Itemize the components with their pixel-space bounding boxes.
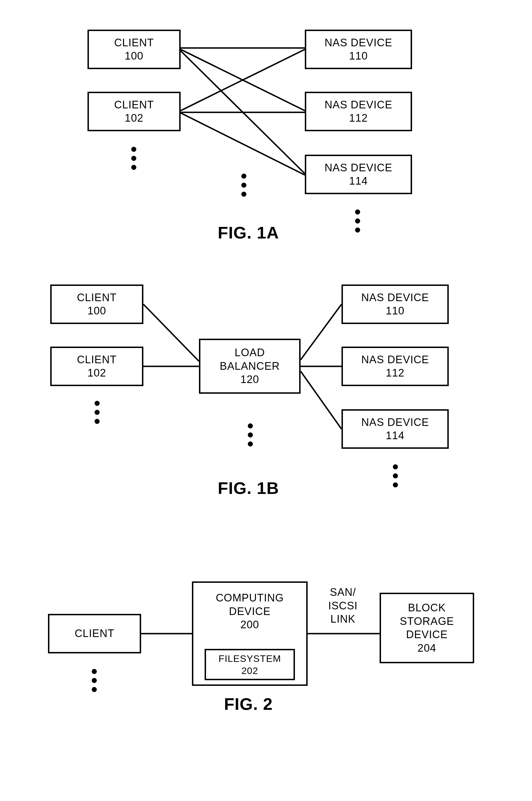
fig1b-caption: FIG. 1B	[203, 478, 293, 498]
fig1a-caption: FIG. 1A	[203, 223, 293, 243]
label: CLIENT	[75, 627, 114, 641]
fig1b-nas-110: NAS DEVICE 110	[342, 285, 449, 324]
fig1a-client-102: CLIENT 102	[88, 92, 180, 131]
svg-line-5	[180, 113, 305, 175]
ellipsis-dots-icon	[95, 401, 100, 424]
ellipsis-dots-icon	[92, 669, 97, 692]
label: NAS DEVICE	[361, 353, 429, 367]
fig2-computing-device-200: COMPUTING DEVICE 200 FILESYSTEM 202	[192, 581, 308, 686]
label-line1: COMPUTING	[216, 591, 284, 605]
ellipsis-dots-icon	[248, 423, 253, 446]
label-line3: DEVICE	[406, 628, 448, 642]
label: NAS DEVICE	[361, 291, 429, 305]
label: NAS DEVICE	[361, 416, 429, 429]
fig1b-client-102: CLIENT 102	[50, 347, 144, 386]
label-line2: BALANCER	[220, 360, 280, 373]
fig1a-nas-114: NAS DEVICE 114	[305, 155, 412, 194]
fig1a-nas-110: NAS DEVICE 110	[305, 30, 412, 69]
ref-num: 204	[417, 642, 436, 655]
diagram-page: CLIENT 100 CLIENT 102 NAS DEVICE 110 NAS…	[0, 0, 532, 801]
label-line3: LINK	[315, 612, 371, 626]
label-line1: BLOCK	[408, 601, 446, 615]
svg-line-3	[180, 50, 305, 111]
fig2-filesystem-202: FILESYSTEM 202	[205, 649, 295, 680]
label: CLIENT	[77, 291, 117, 305]
label-line2: STORAGE	[400, 615, 454, 628]
ref-num: 102	[88, 366, 106, 380]
fig1b-load-balancer-120: LOAD BALANCER 120	[199, 339, 301, 394]
svg-line-2	[180, 51, 305, 174]
fig2-client: CLIENT	[48, 614, 141, 653]
label-line1: SAN/	[315, 586, 371, 599]
ref-num: 100	[88, 304, 106, 318]
svg-line-1	[180, 50, 305, 111]
ellipsis-dots-icon	[393, 464, 398, 488]
ref-num: 110	[349, 50, 368, 63]
label: NAS DEVICE	[325, 36, 392, 50]
fig1b-nas-112: NAS DEVICE 112	[342, 347, 449, 386]
svg-line-10	[301, 371, 342, 429]
fig2-block-storage-device-204: BLOCK STORAGE DEVICE 204	[380, 593, 474, 663]
ref-num: 100	[125, 50, 144, 63]
label: CLIENT	[114, 98, 154, 112]
ellipsis-dots-icon	[241, 174, 246, 197]
ellipsis-dots-icon	[131, 147, 136, 170]
label-line1: LOAD	[234, 346, 265, 360]
fig1b-nas-114: NAS DEVICE 114	[342, 409, 449, 449]
label-line2: DEVICE	[229, 605, 270, 618]
ref-num: 112	[349, 112, 368, 125]
ref-num: 114	[386, 429, 404, 442]
fig2-caption: FIG. 2	[209, 694, 288, 714]
svg-line-6	[144, 304, 199, 361]
label: FILESYSTEM	[218, 652, 281, 665]
fig2-link-label: SAN/ ISCSI LINK	[315, 586, 371, 626]
ref-num: 110	[386, 304, 404, 318]
label: NAS DEVICE	[325, 161, 392, 175]
fig1a-client-100: CLIENT 100	[88, 30, 180, 69]
ref-num: 112	[386, 366, 404, 380]
ellipsis-dots-icon	[355, 209, 360, 233]
ref-num: 202	[241, 665, 258, 677]
label: CLIENT	[77, 353, 117, 367]
ref-num: 120	[241, 373, 259, 386]
label-line2: ISCSI	[315, 599, 371, 613]
svg-line-8	[301, 304, 342, 360]
fig1a-nas-112: NAS DEVICE 112	[305, 92, 412, 131]
ref-num: 102	[125, 112, 144, 125]
label: NAS DEVICE	[325, 98, 392, 112]
fig1b-client-100: CLIENT 100	[50, 285, 144, 324]
label: CLIENT	[114, 36, 154, 50]
ref-num: 200	[241, 618, 259, 632]
ref-num: 114	[349, 174, 368, 188]
